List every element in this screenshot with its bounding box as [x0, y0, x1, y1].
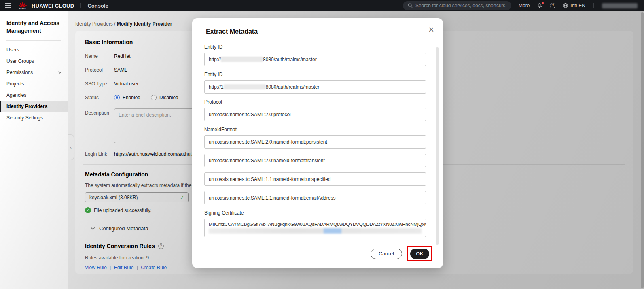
selection-highlight — [324, 228, 341, 234]
account-name-redacted[interactable] — [602, 3, 638, 8]
console-link[interactable]: Console — [87, 3, 108, 9]
protocol-input[interactable] — [204, 108, 426, 121]
locale-switcher[interactable]: Intl-EN — [563, 3, 585, 8]
brand-name: HUAWEI CLOUD — [32, 3, 74, 9]
redacted-host — [224, 84, 266, 89]
certificate-line-2-redacted — [209, 228, 422, 234]
globe-icon — [563, 3, 568, 8]
ok-annotation-box: OK — [407, 246, 432, 261]
entity-id-input-1[interactable]: http:// 8080/auth/realms/master — [204, 53, 426, 66]
search-icon — [408, 3, 413, 8]
locale-label: Intl-EN — [570, 3, 585, 8]
signing-certificate-textarea[interactable]: MIICmzCCAYMCBgGSfl7vbTANBgkqhkiG9w0BAQsF… — [204, 219, 426, 237]
entity-id-label-1: Entity ID — [204, 44, 428, 50]
search-input[interactable] — [415, 3, 506, 8]
cancel-button[interactable]: Cancel — [371, 249, 402, 259]
modal-title: Extract Metadata — [192, 18, 443, 35]
global-search[interactable] — [403, 1, 511, 10]
entity-id-input-2[interactable]: http://1 8080/auth/realms/master — [204, 80, 426, 94]
extract-metadata-modal: Extract Metadata × Entity ID http:// 808… — [192, 18, 443, 268]
notification-dot — [542, 2, 544, 4]
entity-id-label-2: Entity ID — [204, 72, 428, 77]
nameid-input-1[interactable] — [204, 135, 426, 149]
huawei-logo[interactable]: HUAWEI HUAWEI CLOUD — [19, 2, 74, 10]
help-button[interactable]: ? — [550, 3, 555, 8]
more-menu[interactable]: More — [519, 3, 530, 8]
logo-caption: HUAWEI — [19, 8, 26, 10]
notifications-button[interactable] — [537, 3, 542, 8]
protocol-label: Protocol — [204, 99, 428, 105]
hamburger-menu-icon[interactable] — [0, 3, 15, 8]
modal-scrollbar[interactable] — [436, 47, 439, 245]
certificate-line-1: MIICmzCCAYMCBgGSfl7vbTANBgkqhkiG9w0BAQsF… — [209, 221, 422, 227]
nameid-format-label: NameIdFormat — [204, 127, 428, 132]
help-icon: ? — [550, 3, 555, 8]
top-header: HUAWEI HUAWEI CLOUD Console More ? — [0, 0, 644, 11]
nameid-input-3[interactable] — [204, 172, 426, 186]
nameid-input-4[interactable] — [204, 191, 426, 204]
redacted-host — [221, 57, 263, 62]
ok-button[interactable]: OK — [410, 249, 429, 259]
header-divider — [80, 3, 81, 8]
header-divider — [593, 3, 594, 8]
signing-certificate-label: Signing Certificate — [204, 210, 428, 216]
huawei-flower-icon: HUAWEI — [19, 2, 27, 10]
close-icon[interactable]: × — [428, 25, 434, 34]
nameid-input-2[interactable] — [204, 154, 426, 167]
